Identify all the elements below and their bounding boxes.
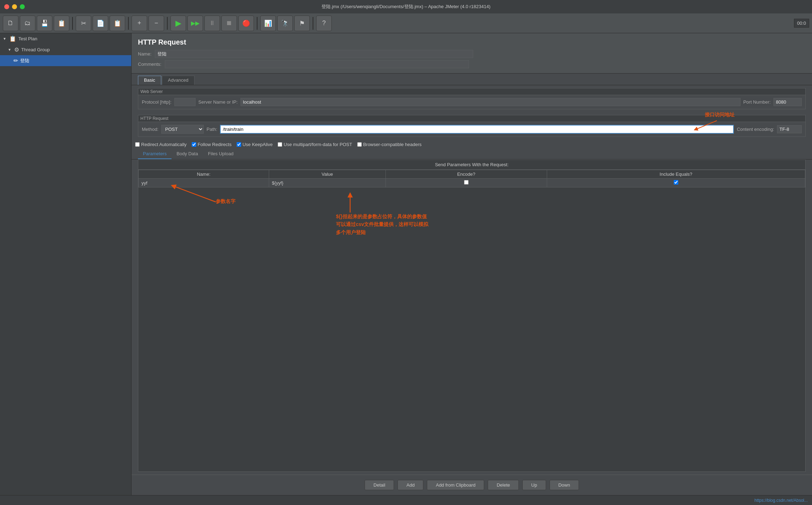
- template-button[interactable]: 📊: [260, 16, 276, 31]
- comments-row: Comments:: [138, 60, 806, 68]
- param-encode-cell[interactable]: [386, 179, 547, 187]
- follow-redirects-label[interactable]: Follow Redirects: [192, 142, 232, 147]
- maximize-button[interactable]: [20, 4, 25, 9]
- paste-button[interactable]: 📋: [110, 16, 125, 31]
- up-button[interactable]: Up: [522, 480, 546, 490]
- tab-files-upload[interactable]: Files Upload: [203, 149, 238, 159]
- binoculars-button[interactable]: 🔭: [277, 16, 293, 31]
- name-input[interactable]: [155, 50, 473, 58]
- separator-3: [167, 17, 168, 30]
- denglu-icon: ✏: [13, 57, 18, 64]
- toolbar: 🗋 🗂 💾 📋 ✂ 📄 📋 + − ▶ ▶▶ ⏸ ⏹ 🔴 📊 🔭 ⚑ ? 00:…: [0, 13, 812, 33]
- separator-2: [128, 17, 129, 30]
- statusbar: https://blog.csdn.net/Absol...: [0, 495, 812, 505]
- encoding-label: Content encoding:: [737, 127, 774, 132]
- method-select[interactable]: POST GET PUT DELETE: [161, 125, 204, 134]
- port-input[interactable]: [773, 98, 802, 106]
- remove-button[interactable]: −: [149, 16, 164, 31]
- elapsed-time: 00:0: [794, 19, 809, 28]
- sidebar-item-test-plan[interactable]: ▼ 📋 Test Plan: [0, 33, 131, 44]
- test-plan-icon: 📋: [9, 35, 16, 42]
- port-label: Port Number:: [743, 99, 771, 105]
- encode-checkbox[interactable]: [464, 180, 469, 185]
- test-plan-label: Test Plan: [18, 36, 37, 41]
- table-row: yyf ${yyf}: [139, 179, 805, 187]
- sidebar-item-denglu[interactable]: ✏ 登陆: [0, 55, 131, 66]
- panel-header: HTTP Request Name: Comments:: [132, 33, 812, 74]
- chevron-test-plan: ▼: [3, 37, 6, 41]
- sidebar: ▼ 📋 Test Plan ▼ ⚙ Thread Group ✏ 登陆: [0, 33, 132, 495]
- follow-redirects-checkbox[interactable]: [192, 142, 196, 147]
- web-server-body: Protocol [http]: Server Name or IP: Port…: [138, 95, 805, 109]
- method-label: Method:: [142, 127, 158, 132]
- browser-compat-label[interactable]: Browser-compatible headers: [357, 142, 422, 147]
- thread-group-icon: ⚙: [14, 46, 19, 53]
- web-server-section: Web Server Protocol [http]: Server Name …: [138, 88, 806, 109]
- path-input[interactable]: [220, 125, 734, 134]
- shutdown-button[interactable]: ⏹: [221, 16, 237, 31]
- new-button[interactable]: 🗋: [3, 16, 18, 31]
- add-button[interactable]: +: [132, 16, 147, 31]
- param-name-cell: yyf: [139, 179, 269, 187]
- bottom-bar: Detail Add Add from Clipboard Delete Up …: [132, 475, 812, 495]
- param-include-equals-cell[interactable]: [547, 179, 805, 187]
- save-as-button[interactable]: 📋: [54, 16, 69, 31]
- method-path-row: Method: POST GET PUT DELETE Path: Conten…: [142, 125, 802, 134]
- params-table-container: Send Parameters With the Request: Name: …: [138, 159, 806, 472]
- tab-advanced[interactable]: Advanced: [162, 76, 195, 85]
- tab-parameters[interactable]: Parameters: [138, 149, 172, 159]
- open-button[interactable]: 🗂: [20, 16, 35, 31]
- web-server-row: Protocol [http]: Server Name or IP: Port…: [142, 98, 802, 106]
- save-button[interactable]: 💾: [37, 16, 52, 31]
- run-button[interactable]: ▶: [170, 16, 186, 31]
- flag-button[interactable]: ⚑: [294, 16, 310, 31]
- include-equals-checkbox[interactable]: [674, 180, 678, 185]
- http-request-body: Method: POST GET PUT DELETE Path: Conten…: [138, 122, 805, 137]
- tab-body-data[interactable]: Body Data: [172, 149, 203, 159]
- add-clipboard-button[interactable]: Add from Clipboard: [427, 480, 484, 490]
- remote-stop-button[interactable]: 🔴: [238, 16, 254, 31]
- titlebar: 登陆.jmx (/Users/wenqiangli/Documents/登陆.j…: [0, 0, 812, 13]
- add-param-button[interactable]: Add: [398, 480, 423, 490]
- server-label: Server Name or IP:: [198, 99, 238, 105]
- protocol-label: Protocol [http]:: [142, 99, 172, 105]
- web-server-title: Web Server: [138, 88, 805, 95]
- multipart-checkbox[interactable]: [278, 142, 282, 147]
- col-include-equals: Include Equals?: [547, 170, 805, 179]
- delete-button[interactable]: Delete: [488, 480, 519, 490]
- redirect-auto-checkbox[interactable]: [135, 142, 140, 147]
- comments-input[interactable]: [165, 60, 469, 68]
- tab-basic[interactable]: Basic: [138, 76, 161, 85]
- cut-button[interactable]: ✂: [76, 16, 91, 31]
- main-layout: ▼ 📋 Test Plan ▼ ⚙ Thread Group ✏ 登陆 HTTP…: [0, 33, 812, 495]
- window-controls[interactable]: [4, 4, 25, 9]
- param-value-cell: ${yyf}: [269, 179, 385, 187]
- keepalive-label[interactable]: Use KeepAlive: [237, 142, 273, 147]
- detail-button[interactable]: Detail: [365, 480, 394, 490]
- close-button[interactable]: [4, 4, 9, 9]
- separator-1: [72, 17, 73, 30]
- params-header: Send Parameters With the Request:: [138, 160, 805, 170]
- help-button[interactable]: ?: [316, 16, 332, 31]
- copy-button[interactable]: 📄: [93, 16, 108, 31]
- down-button[interactable]: Down: [550, 480, 579, 490]
- browser-compat-checkbox[interactable]: [357, 142, 362, 147]
- panel-title: HTTP Request: [138, 38, 806, 46]
- params-area-wrapper: Send Parameters With the Request: Name: …: [138, 159, 806, 472]
- content-panel: HTTP Request Name: Comments: Basic Advan…: [132, 33, 812, 495]
- keepalive-checkbox[interactable]: [237, 142, 241, 147]
- comments-label: Comments:: [138, 62, 161, 67]
- multipart-label[interactable]: Use multipart/form-data for POST: [278, 142, 352, 147]
- status-url: https://blog.csdn.net/Absol...: [754, 498, 808, 503]
- encoding-input[interactable]: [777, 125, 802, 133]
- stop-button[interactable]: ⏸: [204, 16, 220, 31]
- separator-4: [257, 17, 257, 30]
- redirect-auto-label[interactable]: Redirect Automatically: [135, 142, 187, 147]
- run-remote-button[interactable]: ▶▶: [187, 16, 203, 31]
- protocol-input[interactable]: [174, 98, 196, 106]
- name-row: Name:: [138, 50, 806, 58]
- minimize-button[interactable]: [12, 4, 17, 9]
- sidebar-item-thread-group[interactable]: ▼ ⚙ Thread Group: [0, 44, 131, 55]
- server-input[interactable]: [240, 98, 741, 106]
- col-value: Value: [269, 170, 385, 179]
